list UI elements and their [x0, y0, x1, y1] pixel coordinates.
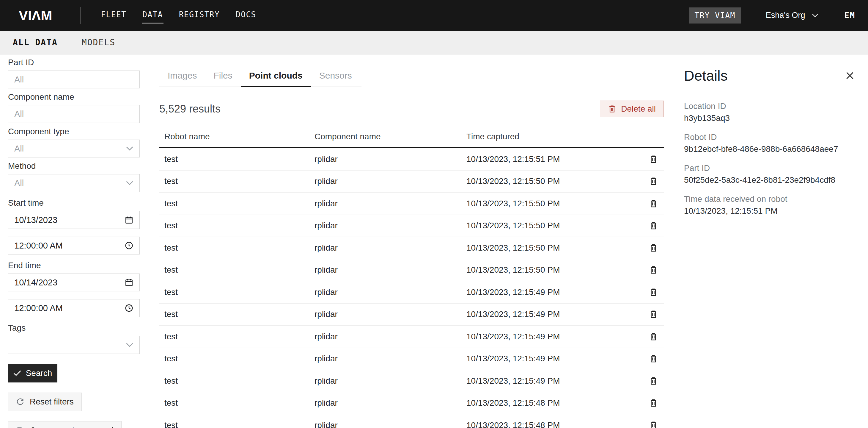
details-field-label: Time data received on robot: [684, 194, 856, 204]
check-icon: [13, 370, 21, 376]
method-label: Method: [8, 161, 140, 171]
end-time-value: 12:00:00 AM: [14, 303, 125, 313]
chevron-down-icon: [811, 13, 819, 18]
end-time-label: End time: [8, 260, 140, 270]
calendar-icon[interactable]: [125, 216, 133, 224]
calendar-icon[interactable]: [125, 278, 133, 287]
chevron-down-icon: [126, 181, 133, 186]
copy-icon: [16, 426, 24, 428]
table-row[interactable]: test rplidar 10/13/2023, 12:15:50 PM: [159, 259, 664, 282]
table-row[interactable]: test rplidar 10/13/2023, 12:15:49 PM: [159, 370, 664, 392]
delete-row-button[interactable]: [648, 331, 659, 343]
subnav-item[interactable]: ALL DATA: [13, 37, 58, 47]
delete-row-button[interactable]: [648, 308, 659, 320]
trash-icon: [649, 243, 658, 253]
reset-filters-button[interactable]: Reset filters: [8, 393, 82, 411]
table-row[interactable]: test rplidar 10/13/2023, 12:15:50 PM: [159, 215, 664, 237]
delete-row-button[interactable]: [648, 153, 659, 165]
close-details-button[interactable]: [844, 69, 856, 82]
trash-icon: [649, 354, 658, 364]
details-field-value: h3yb135aq3: [684, 113, 856, 123]
topnav-link[interactable]: FLEET: [100, 7, 127, 24]
table-row[interactable]: test rplidar 10/13/2023, 12:15:49 PM: [159, 304, 664, 326]
content-tab[interactable]: Point clouds: [241, 66, 311, 87]
trash-icon: [649, 176, 658, 186]
delete-row-button[interactable]: [648, 242, 659, 254]
end-date-input[interactable]: 10/14/2023: [8, 274, 140, 291]
table-column-header: Time captured: [466, 132, 643, 141]
subnav-item[interactable]: MODELS: [82, 37, 115, 47]
delete-row-button[interactable]: [648, 175, 659, 187]
component-name-input[interactable]: All: [8, 105, 140, 123]
table-row[interactable]: test rplidar 10/13/2023, 12:15:50 PM: [159, 237, 664, 259]
viam-logo[interactable]: VIΛM: [19, 7, 52, 24]
table-row[interactable]: test rplidar 10/13/2023, 12:15:48 PM: [159, 392, 664, 415]
method-select[interactable]: All: [8, 174, 140, 192]
content-tab[interactable]: Sensors: [311, 66, 360, 87]
delete-row-button[interactable]: [648, 375, 659, 387]
org-name: Esha's Org: [766, 11, 805, 20]
main-nav: FLEETDATAREGISTRYDOCS: [100, 7, 271, 24]
cell-component-name: rplidar: [314, 376, 466, 386]
details-field-label: Robot ID: [684, 132, 856, 142]
delete-row-button[interactable]: [648, 220, 659, 232]
table-row[interactable]: test rplidar 10/13/2023, 12:15:50 PM: [159, 193, 664, 215]
table-row[interactable]: test rplidar 10/13/2023, 12:15:49 PM: [159, 348, 664, 370]
details-field: Time data received on robot 10/13/2023, …: [684, 194, 856, 216]
cell-time-captured: 10/13/2023, 12:15:50 PM: [466, 221, 643, 230]
tags-select[interactable]: [8, 336, 140, 354]
start-time-input[interactable]: 12:00:00 AM: [8, 237, 140, 255]
trash-icon: [649, 265, 658, 275]
delete-row-button[interactable]: [648, 419, 659, 428]
topnav-link[interactable]: REGISTRY: [178, 7, 220, 24]
cell-component-name: rplidar: [314, 398, 466, 408]
delete-row-button[interactable]: [648, 397, 659, 409]
details-field-label: Part ID: [684, 163, 856, 173]
delete-all-button[interactable]: Delete all: [600, 101, 664, 117]
search-button[interactable]: Search: [8, 364, 57, 382]
clock-icon[interactable]: [125, 241, 133, 250]
table-row[interactable]: test rplidar 10/13/2023, 12:15:49 PM: [159, 325, 664, 348]
details-field-value: 9b12ebcf-bfe8-486e-988b-6a668648aee7: [684, 144, 856, 154]
org-switcher[interactable]: Esha's Org: [766, 11, 819, 20]
details-field-label: Location ID: [684, 101, 856, 111]
try-viam-button[interactable]: TRY VIAM: [689, 7, 741, 24]
part-id-input[interactable]: All: [8, 70, 140, 88]
user-avatar-initials[interactable]: EM: [844, 11, 855, 20]
component-type-label: Component type: [8, 126, 140, 137]
trash-icon: [649, 332, 658, 341]
copy-export-command-button[interactable]: Copy export command: [8, 421, 122, 428]
topnav-link[interactable]: DOCS: [235, 7, 257, 24]
content-tab[interactable]: Images: [159, 66, 205, 87]
content-tab[interactable]: Files: [205, 66, 241, 87]
delete-row-button[interactable]: [648, 286, 659, 298]
cell-time-captured: 10/13/2023, 12:15:49 PM: [466, 376, 643, 386]
cell-time-captured: 10/13/2023, 12:15:51 PM: [466, 154, 643, 164]
cell-robot-name: test: [159, 199, 314, 208]
cell-component-name: rplidar: [314, 176, 466, 186]
table-row[interactable]: test rplidar 10/13/2023, 12:15:49 PM: [159, 281, 664, 304]
end-time-input[interactable]: 12:00:00 AM: [8, 299, 140, 317]
table-row[interactable]: test rplidar 10/13/2023, 12:15:48 PM: [159, 414, 664, 428]
cell-time-captured: 10/13/2023, 12:15:49 PM: [466, 332, 643, 341]
cell-component-name: rplidar: [314, 199, 466, 208]
copy-export-command-label: Copy export command: [30, 426, 114, 428]
cell-component-name: rplidar: [314, 265, 466, 275]
trash-icon: [649, 421, 658, 428]
delete-row-button[interactable]: [648, 353, 659, 365]
start-date-input[interactable]: 10/13/2023: [8, 211, 140, 229]
results-count: 5,529 results: [159, 103, 221, 115]
trash-icon: [649, 221, 658, 230]
delete-row-button[interactable]: [648, 264, 659, 276]
component-type-select[interactable]: All: [8, 140, 140, 158]
clock-icon[interactable]: [125, 304, 133, 313]
delete-row-button[interactable]: [648, 198, 659, 209]
topnav-link[interactable]: DATA: [142, 7, 163, 24]
table-row[interactable]: test rplidar 10/13/2023, 12:15:51 PM: [159, 148, 664, 171]
search-button-label: Search: [26, 369, 52, 378]
cell-time-captured: 10/13/2023, 12:15:48 PM: [466, 421, 643, 428]
viam-data-app: VIΛM FLEETDATAREGISTRYDOCS TRY VIAM Esha…: [0, 0, 868, 428]
table-row[interactable]: test rplidar 10/13/2023, 12:15:50 PM: [159, 171, 664, 193]
start-date-value: 10/13/2023: [14, 215, 125, 225]
reset-filters-label: Reset filters: [30, 397, 74, 406]
